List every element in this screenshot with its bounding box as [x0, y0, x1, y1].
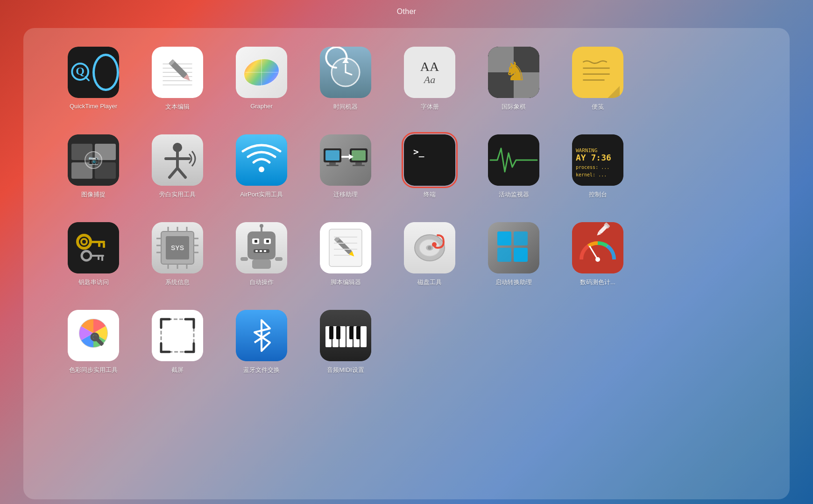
svg-point-109	[260, 224, 263, 228]
app-quicktime[interactable]: Q QuickTime Player	[51, 47, 135, 110]
app-stickies[interactable]: 便笺	[556, 47, 640, 111]
svg-rect-99	[247, 231, 276, 259]
svg-text:Q: Q	[76, 65, 85, 77]
app-label-stickies: 便笺	[592, 103, 604, 111]
page-title: Other	[397, 7, 417, 16]
svg-rect-160	[336, 326, 340, 339]
svg-rect-153	[361, 326, 367, 347]
app-terminal[interactable]: >_ 终端	[388, 134, 472, 199]
svg-rect-112	[275, 257, 283, 261]
app-bluetooth[interactable]: 蓝牙文件交换	[219, 310, 304, 374]
app-diskutility[interactable]: 磁盘工具	[388, 222, 472, 287]
app-keychain[interactable]: 钥匙串访问	[51, 222, 135, 287]
svg-rect-162	[356, 326, 361, 339]
app-colorsync[interactable]: 色彩同步实用工具	[51, 310, 135, 374]
app-migration[interactable]: 迁移助理	[304, 134, 388, 199]
app-chess[interactable]: ♞ 国际象棋	[472, 47, 556, 111]
app-label-colorsync: 色彩同步实用工具	[69, 366, 118, 374]
svg-text:📷: 📷	[88, 155, 99, 165]
svg-rect-56	[325, 150, 339, 161]
app-label-diskutility: 磁盘工具	[417, 278, 442, 287]
app-label-colormeter: 数码测色计...	[580, 278, 615, 287]
svg-rect-79	[91, 255, 104, 257]
app-label-terminal: 终端	[424, 190, 436, 199]
app-label-console: 控制台	[589, 190, 607, 199]
app-fontbook[interactable]: AA Aa 字体册	[388, 47, 472, 111]
svg-rect-75	[90, 241, 105, 243]
launchpad-container: Q QuickTime Player	[23, 28, 790, 499]
svg-rect-106	[260, 250, 262, 252]
app-label-quicktime: QuickTime Player	[70, 103, 117, 110]
app-bootcamp[interactable]: 启动转换助理	[472, 222, 556, 287]
svg-text:kernel: ...: kernel: ...	[576, 172, 607, 177]
svg-rect-110	[252, 259, 271, 269]
app-label-activitymonitor: 活动监视器	[499, 190, 529, 199]
app-label-sysinfo: 系统信息	[165, 278, 190, 287]
app-sysinfo[interactable]: SYS	[135, 222, 219, 287]
svg-text:♞: ♞	[504, 57, 527, 86]
svg-rect-58	[326, 165, 339, 166]
app-label-timemachine: 时间机器	[333, 103, 358, 111]
app-accessibility[interactable]: 旁白实用工具	[135, 134, 219, 199]
app-label-imagecapture: 图像捕捉	[81, 190, 106, 199]
svg-rect-133	[572, 222, 623, 273]
svg-text:SYS: SYS	[171, 244, 184, 252]
svg-rect-132	[514, 248, 528, 262]
app-label-grapher: Grapher	[250, 103, 273, 110]
svg-point-127	[432, 242, 437, 247]
svg-rect-60	[352, 150, 366, 161]
app-console[interactable]: WARNING AY 7:36 process: ... kernel: ...…	[556, 134, 640, 199]
svg-rect-156	[346, 326, 346, 347]
app-automator[interactable]: 自动操作	[219, 222, 304, 287]
svg-rect-128	[488, 222, 539, 273]
app-timemachine[interactable]: 时间机器	[304, 47, 388, 111]
svg-text:Aa: Aa	[423, 74, 435, 85]
svg-rect-76	[98, 243, 100, 247]
app-label-audiomidi: 音频MIDI设置	[327, 366, 364, 374]
app-colormeter[interactable]: 数码测色计...	[556, 222, 640, 287]
svg-rect-77	[103, 243, 105, 248]
app-grapher[interactable]: Grapher	[219, 47, 304, 110]
apps-row-3: 钥匙串访问	[51, 222, 762, 287]
svg-rect-61	[355, 162, 362, 165]
svg-rect-103	[266, 240, 269, 243]
svg-rect-161	[349, 326, 353, 339]
svg-rect-131	[497, 248, 511, 262]
apps-row-4: 色彩同步实用工具 截屏	[51, 310, 762, 374]
svg-rect-72	[68, 222, 119, 273]
svg-rect-107	[264, 250, 266, 252]
svg-rect-33	[576, 54, 620, 98]
app-scripteditor[interactable]: 脚本编辑器	[304, 222, 388, 287]
app-label-automator: 自动操作	[249, 278, 274, 287]
svg-rect-143	[152, 310, 203, 361]
app-textedit[interactable]: 文本编辑	[135, 47, 219, 111]
svg-rect-105	[255, 250, 258, 252]
svg-rect-130	[514, 231, 528, 245]
app-audiomidi[interactable]: 音频MIDI设置	[304, 310, 388, 374]
app-label-fontbook: 字体册	[421, 103, 439, 111]
svg-point-52	[259, 167, 264, 172]
svg-rect-57	[329, 162, 336, 165]
app-airport[interactable]: AirPort实用工具	[219, 134, 304, 199]
app-label-migration: 迁移助理	[333, 190, 358, 199]
svg-text:process: ...: process: ...	[576, 165, 609, 170]
app-label-accessibility: 旁白实用工具	[159, 190, 196, 199]
svg-rect-111	[240, 257, 248, 261]
app-imagecapture[interactable]: 📷 图像捕捉	[51, 134, 135, 199]
app-label-keychain: 钥匙串访问	[78, 278, 109, 287]
app-label-bluetooth: 蓝牙文件交换	[243, 366, 280, 374]
svg-line-2	[85, 77, 89, 80]
svg-rect-129	[497, 231, 511, 245]
svg-text:AA: AA	[420, 59, 439, 74]
svg-text:AY 7:36: AY 7:36	[576, 153, 611, 162]
svg-rect-62	[353, 165, 365, 166]
top-bar: Other	[0, 0, 813, 23]
app-screenshot[interactable]: 截屏	[135, 310, 219, 374]
app-activitymonitor[interactable]: 活动监视器	[472, 134, 556, 199]
app-label-airport: AirPort实用工具	[240, 190, 283, 199]
apps-row-2: 📷 图像捕捉	[51, 134, 762, 199]
svg-text:>_: >_	[413, 147, 424, 157]
svg-rect-81	[101, 257, 103, 261]
svg-rect-159	[329, 326, 333, 339]
svg-rect-102	[255, 240, 257, 243]
